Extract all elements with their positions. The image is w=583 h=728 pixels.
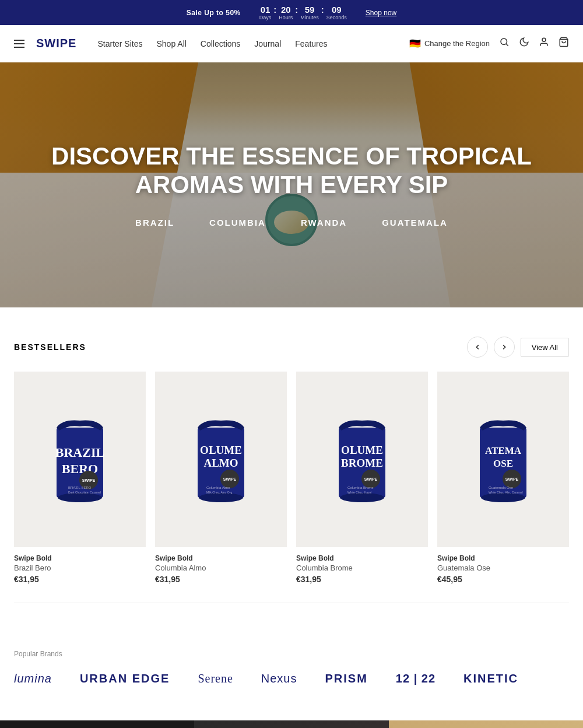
dark-mode-button[interactable] (519, 37, 529, 50)
brands-label: Popular Brands (14, 650, 569, 658)
svg-point-21 (340, 493, 384, 502)
svg-line-1 (506, 44, 508, 46)
brand-prism[interactable]: PRISM (325, 672, 368, 685)
product-image-3: OLUME BROME SWIPE Columbia Brome White C… (296, 372, 428, 547)
nav-starter-sites[interactable]: Starter Sites (97, 39, 142, 48)
product-brand-4: Swipe Bold (437, 554, 569, 562)
sale-text: Sale Up to 50% (187, 9, 241, 17)
brands-list: lumina URBAN EDGE Serene Nexus PRISM 12 … (14, 672, 569, 685)
countdown-sep-2: : (295, 5, 298, 20)
bag-svg-4: ATEMA OSE SWIPE Guatemala Ose White Choc… (468, 410, 538, 509)
hero-section: DISCOVER THE ESSENCE OF TROPICAL AROMAS … (0, 62, 583, 307)
view-all-button[interactable]: View All (521, 338, 569, 357)
hero-content: DISCOVER THE ESSENCE OF TROPICAL AROMAS … (0, 142, 583, 228)
bestsellers-section: BESTSELLERS View All (0, 307, 583, 626)
brand-nexus[interactable]: Nexus (261, 672, 297, 685)
product-card-columbia-brome[interactable]: OLUME BROME SWIPE Columbia Brome White C… (296, 372, 428, 584)
product-price-4: €45,95 (437, 575, 569, 584)
product-price-1: €31,95 (14, 575, 146, 584)
nav-features[interactable]: Features (295, 39, 327, 48)
brand-urban-edge[interactable]: URBAN EDGE (80, 672, 170, 685)
svg-text:BRAZIL BERO: BRAZIL BERO (68, 486, 92, 489)
product-name-1: Brazil Bero (14, 564, 146, 572)
svg-text:Milk Choc, Alm, Org.: Milk Choc, Alm, Org. (206, 491, 233, 494)
svg-text:Guatemala Ose: Guatemala Ose (489, 486, 514, 489)
product-brand-3: Swipe Bold (296, 554, 428, 562)
bag-svg-2: OLUME ALMO SWIPE Columbia Almo Milk Choc… (186, 410, 256, 509)
product-image-4: ATEMA OSE SWIPE Guatemala Ose White Choc… (437, 372, 569, 547)
countdown-minutes: 59 Minutes (300, 5, 319, 20)
svg-text:ALMO: ALMO (203, 457, 238, 469)
svg-text:SWIPE: SWIPE (364, 477, 378, 481)
shop-now-link[interactable]: Shop now (366, 9, 396, 17)
countdown-days: 01 Days (259, 5, 272, 20)
svg-text:BROME: BROME (341, 457, 383, 469)
bag-svg-1: BRAZIL BERO SWIPE BRAZIL BERO Dark Choco… (45, 410, 115, 509)
svg-point-29 (481, 493, 525, 502)
product-card-columbia-almo[interactable]: OLUME ALMO SWIPE Columbia Almo Milk Choc… (155, 372, 287, 584)
svg-text:BRAZIL: BRAZIL (55, 445, 104, 460)
products-grid: BRAZIL BERO SWIPE BRAZIL BERO Dark Choco… (14, 372, 569, 584)
bottom-teaser (0, 720, 583, 728)
brand-lumina[interactable]: lumina (14, 672, 52, 685)
svg-text:ATEMA: ATEMA (485, 445, 522, 456)
region-selector[interactable]: 🇩🇪 Change the Region (409, 38, 490, 49)
countdown: 01 Days : 20 Hours : 59 Minutes : 09 Sec… (259, 5, 347, 20)
prev-arrow[interactable] (467, 337, 488, 358)
svg-text:Columbia Brome: Columbia Brome (347, 486, 374, 489)
header: SWIPE Starter Sites Shop All Collections… (0, 25, 583, 62)
section-header: BESTSELLERS View All (14, 337, 569, 358)
brand-serene[interactable]: Serene (198, 672, 233, 685)
origin-rwanda[interactable]: RWANDA (301, 218, 347, 228)
origin-brazil[interactable]: BRAZIL (135, 218, 174, 228)
countdown-sep-1: : (273, 5, 276, 20)
section-controls: View All (467, 337, 569, 358)
nav-shop-all[interactable]: Shop All (156, 39, 186, 48)
next-arrow[interactable] (494, 337, 515, 358)
header-right: 🇩🇪 Change the Region (409, 37, 569, 50)
product-image-2: OLUME ALMO SWIPE Columbia Almo Milk Choc… (155, 372, 287, 547)
svg-text:OSE: OSE (493, 458, 513, 469)
product-card-guatemala-ose[interactable]: ATEMA OSE SWIPE Guatemala Ose White Choc… (437, 372, 569, 584)
product-price-2: €31,95 (155, 575, 287, 584)
nav-journal[interactable]: Journal (254, 39, 281, 48)
bag-svg-3: OLUME BROME SWIPE Columbia Brome White C… (327, 410, 397, 509)
hero-origins: BRAZIL COLUMBIA RWANDA GUATEMALA (23, 218, 560, 228)
svg-text:Columbia Almo: Columbia Almo (206, 486, 230, 489)
region-label: Change the Region (424, 39, 490, 48)
svg-point-5 (58, 493, 102, 502)
hamburger-menu[interactable] (14, 40, 24, 48)
origin-guatemala[interactable]: GUATEMALA (382, 218, 448, 228)
nav-collections[interactable]: Collections (201, 39, 240, 48)
origin-columbia[interactable]: COLUMBIA (209, 218, 266, 228)
product-image-1: BRAZIL BERO SWIPE BRAZIL BERO Dark Choco… (14, 372, 146, 547)
svg-text:OLUME: OLUME (341, 444, 383, 456)
svg-text:White Choc, Alm, Caramel: White Choc, Alm, Caramel (489, 491, 523, 494)
svg-point-0 (501, 38, 507, 45)
svg-text:OLUME: OLUME (200, 444, 242, 456)
product-brand-2: Swipe Bold (155, 554, 287, 562)
brands-section: Popular Brands lumina URBAN EDGE Serene … (0, 626, 583, 720)
logo[interactable]: SWIPE (36, 37, 76, 50)
product-name-3: Columbia Brome (296, 564, 428, 572)
cart-button[interactable] (559, 37, 569, 50)
header-left: SWIPE Starter Sites Shop All Collections… (14, 37, 328, 50)
svg-text:Dark Chocolate, Caramel: Dark Chocolate, Caramel (68, 491, 101, 494)
divider (14, 603, 569, 603)
countdown-seconds: 09 Seconds (326, 5, 347, 20)
product-brand-1: Swipe Bold (14, 554, 146, 562)
product-card-brazil-bero[interactable]: BRAZIL BERO SWIPE BRAZIL BERO Dark Choco… (14, 372, 146, 584)
svg-text:SWIPE: SWIPE (82, 478, 96, 482)
announcement-bar: Sale Up to 50% 01 Days : 20 Hours : 59 M… (0, 0, 583, 25)
svg-text:White Choc, Hazel: White Choc, Hazel (347, 491, 371, 494)
brand-kinetic[interactable]: KINETIC (463, 672, 518, 685)
svg-point-2 (542, 38, 546, 41)
search-button[interactable] (499, 37, 510, 50)
section-title: BESTSELLERS (14, 342, 86, 352)
product-name-2: Columbia Almo (155, 564, 287, 572)
flag-icon: 🇩🇪 (409, 38, 421, 49)
countdown-hours: 20 Hours (279, 5, 293, 20)
svg-text:SWIPE: SWIPE (223, 477, 237, 481)
brand-1222[interactable]: 12 | 22 (396, 672, 436, 685)
account-button[interactable] (539, 37, 549, 50)
